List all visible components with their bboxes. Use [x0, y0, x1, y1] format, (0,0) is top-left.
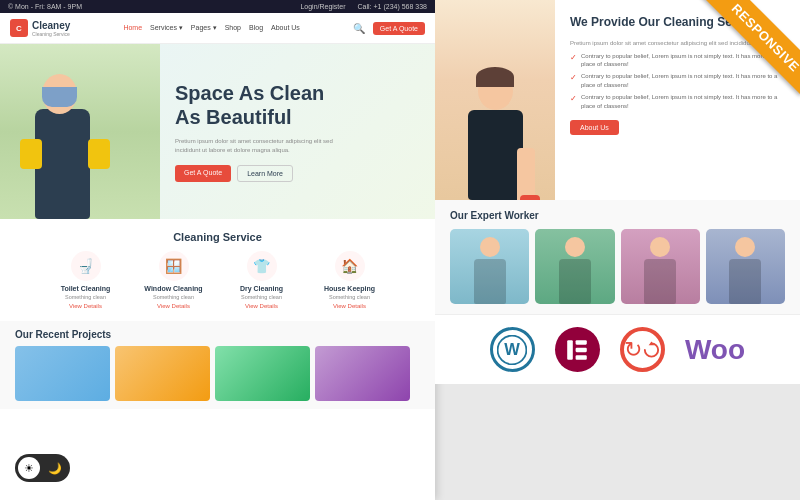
check-icon-3: ✓ — [570, 94, 577, 103]
services-grid: 🚽 Toilet Cleaning Something clean View D… — [15, 251, 420, 309]
projects-grid — [15, 346, 420, 401]
elementor-icon — [555, 327, 600, 372]
svg-rect-5 — [576, 355, 587, 359]
toilet-link[interactable]: View Details — [46, 303, 126, 309]
top-bar-hours: © Mon - Fri: 8AM - 9PM — [8, 3, 82, 10]
check-icon-1: ✓ — [570, 53, 577, 62]
dry-name: Dry Cleaning — [222, 285, 302, 292]
service-dry: 👕 Dry Cleaning Something clean View Deta… — [222, 251, 302, 309]
expert-section-title: Our Expert Worker — [450, 210, 785, 221]
responsive-label: RESPONSIVE — [698, 0, 800, 95]
main-container: © Mon - Fri: 8AM - 9PM Login/Register Ca… — [0, 0, 800, 500]
hero-content: Space As Clean As Beautiful Pretium ipsu… — [160, 66, 435, 197]
house-icon: 🏠 — [335, 251, 365, 281]
workers-grid — [450, 229, 785, 304]
worker-card-3 — [621, 229, 700, 304]
recent-projects-title: Our Recent Projects — [15, 329, 420, 340]
top-bar-call: Call: +1 (234) 568 338 — [358, 3, 427, 10]
woo-refresh-icon — [620, 327, 665, 372]
svg-rect-2 — [568, 340, 574, 360]
light-mode-icon: ☀ — [18, 457, 40, 479]
house-link[interactable]: View Details — [310, 303, 390, 309]
check-icon-2: ✓ — [570, 73, 577, 82]
services-section: Cleaning Service 🚽 Toilet Cleaning Somet… — [0, 219, 435, 321]
service-window: 🪟 Window Cleaning Something clean View D… — [134, 251, 214, 309]
window-link[interactable]: View Details — [134, 303, 214, 309]
toilet-desc: Something clean — [46, 294, 126, 301]
hero-worker-figure — [20, 59, 120, 219]
hero-section: Space As Clean As Beautiful Pretium ipsu… — [0, 44, 435, 219]
top-bar: © Mon - Fri: 8AM - 9PM Login/Register Ca… — [0, 0, 435, 13]
service-toilet: 🚽 Toilet Cleaning Something clean View D… — [46, 251, 126, 309]
nav-shop[interactable]: Shop — [225, 24, 241, 32]
hero-learn-button[interactable]: Learn More — [237, 165, 293, 182]
toilet-icon: 🚽 — [71, 251, 101, 281]
project-4[interactable] — [315, 346, 410, 401]
hero-quote-button[interactable]: Get A Quote — [175, 165, 231, 182]
service-house: 🏠 House Keeping Something clean View Det… — [310, 251, 390, 309]
search-icon[interactable]: 🔍 — [353, 23, 365, 34]
theme-toggle[interactable]: ☀ 🌙 — [15, 454, 70, 482]
hero-image — [0, 44, 160, 219]
nav-links: Home Services ▾ Pages ▾ Shop Blog About … — [123, 24, 299, 32]
dry-desc: Something clean — [222, 294, 302, 301]
responsive-badge-container: RESPONSIVE — [675, 0, 800, 125]
project-2[interactable] — [115, 346, 210, 401]
logo-subtitle: Cleaning Service — [32, 31, 70, 37]
right-worker-image — [435, 0, 555, 200]
navigation: C Cleaney Cleaning Service Home Services… — [0, 13, 435, 44]
window-icon: 🪟 — [159, 251, 189, 281]
svg-rect-4 — [576, 347, 587, 351]
nav-services[interactable]: Services ▾ — [150, 24, 183, 32]
nav-about[interactable]: About Us — [271, 24, 300, 32]
worker-card-2 — [535, 229, 614, 304]
nav-pages[interactable]: Pages ▾ — [191, 24, 217, 32]
toilet-name: Toilet Cleaning — [46, 285, 126, 292]
recent-projects-section: Our Recent Projects — [0, 321, 435, 409]
hero-description: Pretium ipsum dolor sit amet consectetur… — [175, 137, 335, 155]
dry-icon: 👕 — [247, 251, 277, 281]
woo-text: Woo — [685, 334, 745, 366]
logo[interactable]: C Cleaney Cleaning Service — [10, 19, 70, 37]
get-quote-nav-button[interactable]: Get A Quote — [373, 22, 425, 35]
dry-link[interactable]: View Details — [222, 303, 302, 309]
expert-workers-section: Our Expert Worker — [435, 200, 800, 314]
project-3[interactable] — [215, 346, 310, 401]
tech-badges-row: W Woo — [435, 314, 800, 384]
svg-text:W: W — [505, 340, 521, 358]
nav-home[interactable]: Home — [123, 24, 142, 32]
hero-buttons: Get A Quote Learn More — [175, 165, 420, 182]
window-desc: Something clean — [134, 294, 214, 301]
worker-card-4 — [706, 229, 785, 304]
logo-icon: C — [10, 19, 28, 37]
svg-rect-3 — [576, 340, 587, 344]
wordpress-icon: W — [490, 327, 535, 372]
window-name: Window Cleaning — [134, 285, 214, 292]
logo-text: Cleaney — [32, 20, 70, 31]
nav-blog[interactable]: Blog — [249, 24, 263, 32]
female-worker-figure — [450, 72, 540, 200]
worker-card-1 — [450, 229, 529, 304]
house-name: House Keeping — [310, 285, 390, 292]
services-title: Cleaning Service — [15, 231, 420, 243]
hero-title: Space As Clean As Beautiful — [175, 81, 420, 129]
project-1[interactable] — [15, 346, 110, 401]
house-desc: Something clean — [310, 294, 390, 301]
left-preview: © Mon - Fri: 8AM - 9PM Login/Register Ca… — [0, 0, 435, 500]
about-us-button[interactable]: About Us — [570, 120, 619, 135]
dark-mode-icon: 🌙 — [44, 457, 66, 479]
right-side: RESPONSIVE We Provide Our Cleaning Servi… — [435, 0, 800, 500]
toggle-pill[interactable]: ☀ 🌙 — [15, 454, 70, 482]
top-bar-login[interactable]: Login/Register — [300, 3, 345, 10]
